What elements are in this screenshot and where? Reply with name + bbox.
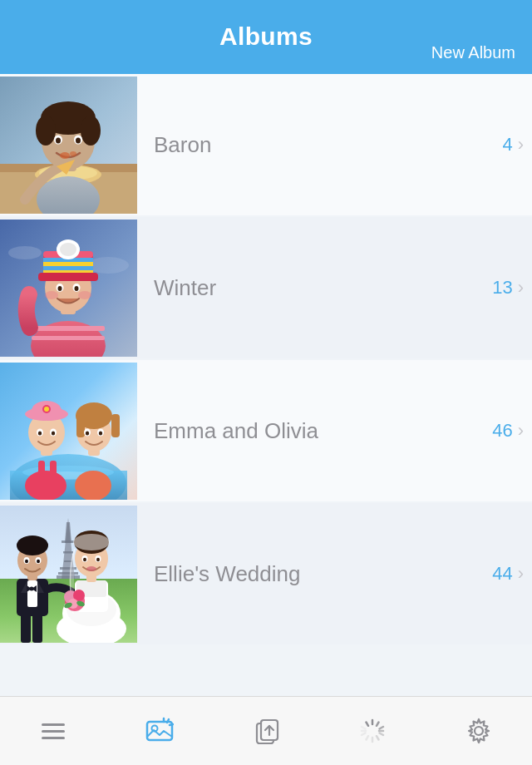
album-info-ellie-wedding: Ellie's Wedding 44 › — [137, 561, 532, 587]
svg-line-126 — [377, 723, 379, 726]
svg-line-135 — [362, 727, 366, 729]
svg-line-136 — [367, 723, 369, 726]
hamburger-icon — [38, 716, 68, 746]
chevron-icon-emma-olivia: › — [518, 422, 524, 440]
tab-item-photos[interactable] — [126, 706, 193, 756]
svg-point-42 — [78, 291, 91, 299]
tab-item-settings[interactable] — [446, 706, 512, 756]
svg-point-69 — [86, 431, 89, 435]
svg-rect-65 — [76, 414, 85, 437]
svg-point-48 — [25, 471, 66, 500]
svg-point-109 — [96, 557, 100, 561]
svg-point-60 — [52, 431, 55, 435]
album-item-winter[interactable]: Winter 13 › — [0, 217, 532, 358]
svg-point-39 — [58, 286, 62, 291]
svg-line-129 — [380, 733, 384, 736]
album-info-baron: Baron 4 › — [137, 132, 532, 158]
svg-point-89 — [30, 586, 34, 590]
svg-point-10 — [81, 116, 101, 146]
album-item-emma-olivia[interactable]: Emma and Olivia 46 › — [0, 360, 532, 501]
svg-rect-23 — [32, 326, 105, 331]
svg-rect-49 — [38, 461, 45, 477]
chevron-icon-baron: › — [518, 136, 524, 154]
tab-item-activity[interactable] — [339, 706, 406, 756]
svg-rect-76 — [63, 551, 73, 554]
album-item-baron[interactable]: Baron 4 › — [0, 74, 532, 215]
hamburger-line-1 — [42, 723, 65, 726]
album-info-winter: Winter 13 › — [137, 275, 532, 301]
svg-point-70 — [99, 431, 102, 435]
hamburger-line-3 — [42, 737, 65, 739]
new-album-button[interactable]: New Album — [431, 43, 515, 62]
album-name-winter: Winter — [154, 275, 216, 301]
album-right-emma-olivia: 46 › — [492, 420, 524, 442]
spinner-icon — [357, 716, 387, 746]
album-right-ellie-wedding: 44 › — [492, 563, 524, 585]
upload-icon — [251, 716, 281, 746]
tab-bar — [0, 696, 532, 765]
hamburger-line-2 — [42, 730, 65, 733]
album-item-ellie-wedding[interactable]: Ellie's Wedding 44 › — [0, 503, 532, 644]
svg-rect-82 — [32, 612, 42, 643]
svg-line-121 — [170, 724, 173, 725]
album-thumbnail-ellie-wedding — [0, 506, 137, 643]
svg-point-21 — [87, 257, 129, 274]
svg-rect-32 — [43, 266, 93, 270]
album-count-ellie-wedding: 44 — [492, 563, 512, 585]
tab-item-upload[interactable] — [233, 706, 299, 756]
svg-point-14 — [76, 137, 81, 143]
album-count-emma-olivia: 46 — [492, 420, 512, 442]
album-info-emma-olivia: Emma and Olivia 46 › — [137, 418, 532, 444]
svg-rect-75 — [62, 540, 75, 543]
svg-point-92 — [17, 536, 48, 555]
svg-rect-24 — [32, 336, 105, 340]
svg-point-35 — [60, 243, 76, 256]
chevron-icon-winter: › — [518, 279, 524, 297]
svg-rect-84 — [27, 580, 37, 607]
album-count-winter: 13 — [492, 277, 512, 299]
svg-point-40 — [75, 286, 79, 291]
album-thumbnail-winter — [0, 220, 137, 357]
album-right-baron: 4 › — [502, 134, 524, 155]
svg-point-9 — [36, 116, 56, 146]
svg-rect-31 — [43, 262, 93, 266]
svg-line-130 — [377, 736, 379, 739]
svg-point-108 — [83, 557, 86, 561]
tab-item-menu[interactable] — [20, 706, 86, 756]
svg-point-20 — [8, 246, 42, 259]
photos-icon — [145, 716, 175, 746]
album-list: Baron 4 › — [0, 74, 532, 696]
svg-point-13 — [56, 137, 61, 143]
svg-rect-50 — [50, 461, 57, 477]
svg-rect-36 — [38, 273, 98, 281]
svg-point-105 — [73, 534, 110, 550]
album-right-winter: 13 › — [492, 277, 524, 299]
album-thumbnail-baron — [0, 76, 137, 214]
svg-point-61 — [75, 471, 111, 500]
album-thumbnail-emma-olivia — [0, 363, 137, 500]
gear-icon — [464, 716, 494, 746]
svg-rect-81 — [21, 612, 31, 643]
svg-point-95 — [25, 559, 28, 563]
svg-line-132 — [367, 736, 369, 739]
svg-point-56 — [44, 407, 49, 412]
svg-point-41 — [45, 291, 58, 299]
svg-point-59 — [38, 431, 42, 435]
header: Albums New Album — [0, 0, 532, 74]
svg-rect-117 — [147, 722, 172, 740]
hamburger-lines — [42, 723, 65, 739]
svg-rect-66 — [111, 414, 120, 437]
svg-rect-79 — [58, 572, 78, 575]
svg-point-96 — [37, 559, 40, 563]
svg-line-133 — [362, 733, 366, 736]
album-name-baron: Baron — [154, 132, 211, 158]
svg-rect-80 — [57, 575, 80, 579]
svg-point-15 — [60, 152, 70, 159]
chevron-icon-ellie-wedding: › — [518, 565, 524, 583]
page-title: Albums — [219, 22, 313, 51]
album-name-emma-olivia: Emma and Olivia — [154, 418, 318, 444]
svg-point-16 — [70, 151, 76, 156]
album-name-ellie-wedding: Ellie's Wedding — [154, 561, 300, 587]
svg-line-127 — [380, 727, 384, 729]
svg-point-110 — [86, 566, 96, 571]
